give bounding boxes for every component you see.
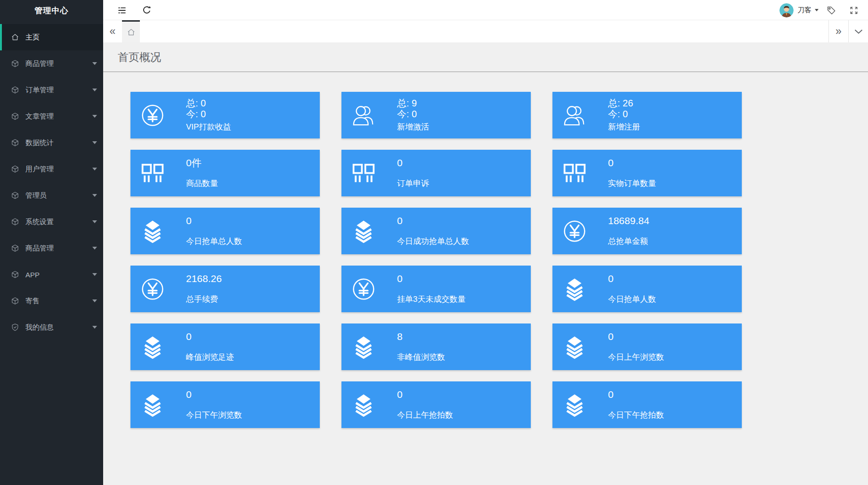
stats-grid: 总: 0 今: 0 VIP打款收益 总: 9 今: 0 新增激活 总: 26 今… [103, 72, 868, 428]
stat-label: 今日上午抢拍数 [397, 410, 453, 420]
cube-icon [11, 165, 19, 173]
chevron-down-icon [92, 141, 97, 144]
tab-home[interactable] [122, 20, 140, 42]
sidebar-item-label: APP [25, 271, 40, 279]
stat-value: 2168.26 [186, 274, 222, 284]
stat-value: 0 [397, 158, 429, 168]
stat-card-vip-income: 总: 0 今: 0 VIP打款收益 [130, 92, 320, 138]
stat-value: 8 [397, 331, 445, 342]
sidebar-item-label: 管理员 [25, 191, 47, 200]
stat-card-today-grab-total-users: 0 今日抢单总人数 [130, 208, 320, 254]
sidebar-item-goods-management-2[interactable]: 商品管理 [0, 235, 103, 261]
stat-card-total-grab-amount: 18689.84 总抢单金额 [552, 208, 742, 254]
stat-value: 0件 [186, 158, 218, 168]
cube-icon [11, 270, 19, 279]
sidebar-item-home[interactable]: 主页 [0, 24, 103, 50]
layers-icon [563, 277, 586, 301]
tabs-scroll-left-button[interactable]: « [103, 20, 122, 42]
cube-icon [11, 138, 19, 147]
cube-icon [11, 191, 19, 200]
users-icon [563, 104, 586, 127]
stat-card-morning-views: 0 今日上午浏览数 [552, 323, 742, 370]
cube-icon [11, 86, 19, 94]
layers-icon [352, 219, 375, 243]
stat-value: 0 [397, 274, 465, 284]
chevron-down-icon [854, 29, 863, 34]
stat-label: 订单申诉 [397, 178, 429, 189]
sidebar-item-app[interactable]: APP [0, 261, 103, 288]
sidebar-item-my-info[interactable]: 我的信息 [0, 314, 103, 340]
sidebar-item-label: 商品管理 [25, 244, 54, 253]
chevron-down-icon [92, 326, 97, 329]
user-name: 刀客 [797, 6, 811, 15]
user-menu[interactable]: 刀客 [779, 0, 819, 20]
sidebar-item-article-management[interactable]: 文章管理 [0, 103, 103, 129]
fullscreen-button[interactable] [845, 0, 862, 20]
yen-circle-icon [352, 277, 375, 301]
sidebar-item-label: 系统设置 [25, 218, 54, 226]
page-header: 首页概况 [103, 42, 868, 72]
chevron-down-icon [92, 194, 97, 197]
chevron-down-icon [92, 115, 97, 118]
yen-circle-icon [141, 277, 164, 301]
chevron-down-icon [92, 89, 97, 91]
stat-card-afternoon-grabs: 0 今日下午抢拍数 [552, 381, 742, 428]
stat-card-goods-count: 0件 商品数量 [130, 150, 320, 196]
sidebar-item-label: 我的信息 [25, 323, 54, 332]
sidebar-item-order-management[interactable]: 订单管理 [0, 77, 103, 103]
sidebar-item-admin[interactable]: 管理员 [0, 182, 103, 209]
stat-value: 0 [186, 389, 242, 400]
stat-today: 今: 0 [397, 109, 429, 120]
goods-icon [352, 162, 375, 185]
stat-label: 商品数量 [186, 178, 218, 189]
sidebar-item-consignment[interactable]: 寄售 [0, 288, 103, 314]
sidebar-item-data-statistics[interactable]: 数据统计 [0, 129, 103, 156]
sidebar-item-goods-management[interactable]: 商品管理 [0, 50, 103, 77]
stat-label: 今日上午浏览数 [608, 352, 664, 363]
stat-value: 0 [186, 216, 242, 226]
stat-label: 今日下午浏览数 [186, 410, 242, 420]
sidebar-item-system-settings[interactable]: 系统设置 [0, 209, 103, 235]
home-icon [11, 33, 19, 41]
tag-icon [826, 5, 836, 16]
cube-icon [11, 218, 19, 226]
stat-card-pending-3days: 0 挂单3天未成交数量 [341, 266, 531, 312]
menu-fold-icon [117, 5, 127, 16]
tag-button[interactable] [823, 0, 840, 20]
tabs-scroll-right-button[interactable]: » [828, 20, 848, 42]
stat-label: 峰值浏览足迹 [186, 352, 234, 363]
stat-today: 今: 0 [186, 109, 231, 120]
goods-icon [141, 162, 164, 185]
cube-icon [11, 297, 19, 305]
layers-icon [141, 219, 164, 243]
refresh-icon [142, 5, 152, 15]
yen-circle-icon [141, 104, 164, 127]
stat-card-today-grab-users: 0 今日抢单人数 [552, 266, 742, 312]
layers-icon [352, 393, 375, 417]
chevron-down-icon [815, 9, 819, 11]
sidebar-item-label: 数据统计 [25, 138, 54, 147]
stat-label: 今日抢单总人数 [186, 236, 242, 247]
sidebar-item-label: 用户管理 [25, 165, 54, 174]
sidebar-menu: 主页 商品管理 订单管理 文章管理 数据统计 用户管理 [0, 20, 103, 340]
yen-circle-icon [563, 219, 586, 243]
stat-card-morning-grabs: 0 今日上午抢拍数 [341, 381, 531, 428]
stat-card-physical-orders: 0 实物订单数量 [552, 150, 742, 196]
sidebar-item-label: 寄售 [25, 297, 40, 306]
stat-label: 新增注册 [608, 121, 640, 132]
chevron-down-icon [92, 62, 97, 65]
stat-value: 0 [397, 216, 469, 226]
stat-value: 0 [608, 158, 656, 168]
stat-value: 0 [186, 331, 234, 342]
stat-label: 挂单3天未成交数量 [397, 294, 465, 305]
stat-total: 总: 0 [186, 98, 231, 109]
refresh-button[interactable] [137, 0, 156, 20]
stat-label: VIP打款收益 [186, 121, 231, 132]
tabs-dropdown-button[interactable] [848, 20, 868, 42]
stat-value: 0 [608, 274, 656, 284]
menu-fold-button[interactable] [113, 0, 131, 20]
layers-icon [352, 335, 375, 359]
avatar [779, 3, 794, 17]
sidebar-item-user-management[interactable]: 用户管理 [0, 156, 103, 182]
stat-card-total-fees: 2168.26 总手续费 [130, 266, 320, 312]
